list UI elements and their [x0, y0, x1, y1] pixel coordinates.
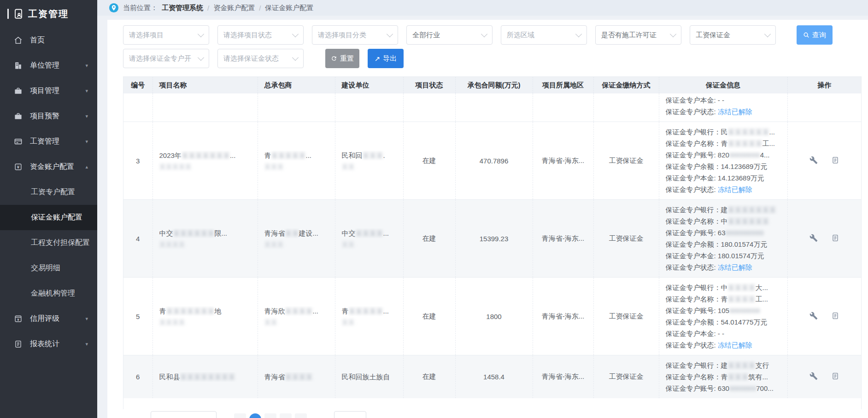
search-button[interactable]: 查询 [797, 25, 833, 45]
margin-status-select[interactable]: 请选择保证金状态 [217, 49, 304, 68]
table-row: 4中交某某某某某某限...某某某某青海省某某建设...某某某中交某某某某...某… [123, 200, 861, 278]
permit-select[interactable]: 是否有施工许可证 [595, 25, 681, 45]
sidebar-subitem-margin-account-config[interactable]: 保证金账户配置 [0, 205, 97, 230]
cell-index: 6 [123, 355, 152, 399]
table-row: 6民和县某某某某某某某某青海省某某某某民和回族土族自在建1458.4青海省-海东… [123, 355, 861, 399]
cell-contractor: 青海欣某某某某...某某 [258, 278, 335, 355]
sidebar-item-credit-rating[interactable]: ¥ 信用评级 ▾ [0, 306, 97, 331]
cell-name: 中交某某某某某某限...某某某某 [152, 200, 258, 278]
chevron-down-icon [198, 54, 204, 60]
frozen-released-link[interactable]: 冻结已解除 [718, 263, 752, 271]
breadcrumb-item[interactable]: 资金账户配置 [213, 4, 255, 12]
sidebar-item-fund-accounts[interactable]: ¥ 资金账户配置 ▴ [0, 154, 97, 180]
cell-method: 工资保证金 [593, 355, 659, 399]
app-logo: 工资管理 [0, 0, 97, 28]
margin-info-label: 保证金专户状态: [666, 186, 718, 193]
sidebar-subitem-payment-guarantee-config[interactable]: 工程支付担保配置 [0, 230, 97, 255]
cell-contractor: 青某某某某某...某某某 [258, 122, 335, 200]
cell-margin-info: 保证金专户银行：中某某某某大...保证金专户名称：青某某某某工...保证金专户账… [659, 278, 787, 355]
sidebar-item-units[interactable]: 单位管理 ▾ [0, 53, 97, 78]
industry-select[interactable]: 全部行业 [406, 25, 493, 45]
chevron-down-icon [292, 54, 299, 60]
location-pin-icon [109, 3, 119, 13]
frozen-released-link[interactable]: 冻结已解除 [718, 186, 752, 193]
region-select[interactable]: 所选区域 [501, 25, 587, 45]
margin-type-select[interactable]: 工资保证金 [690, 25, 776, 45]
cell-contractor: 青海省某某某某 [258, 355, 335, 399]
table-row: 5青某某某某某某某地某某某某青海欣某某某某...某某青某某某某某...某某在建1… [123, 278, 861, 355]
chevron-down-icon: ▾ [85, 113, 88, 119]
briefcase-icon [14, 87, 24, 95]
clipboard-icon [14, 340, 24, 348]
col-header-index: 编号 [123, 77, 152, 93]
configure-wrench-icon[interactable] [809, 234, 818, 242]
export-button[interactable]: ↗ 导出 [368, 49, 404, 68]
page-size-select[interactable] [151, 411, 217, 418]
chevron-down-icon [198, 30, 204, 37]
project-status-select[interactable]: 请选择项目状态 [217, 25, 304, 45]
col-header-builder: 建设单位 [335, 77, 403, 93]
sidebar-subitem-wage-account-config[interactable]: 工资专户配置 [0, 180, 97, 205]
margin-info-label: 保证金专户账号: [666, 151, 718, 159]
content-card: 请选择项目 请选择项目状态 请选择项目分类 全部行业 所选区域 是否有施工许可证… [107, 20, 868, 418]
page-button-active[interactable] [249, 413, 261, 418]
margin-account-bank-select[interactable]: 请选择保证金专户开 [123, 49, 209, 68]
yuan-square-icon: ¥ [14, 163, 24, 171]
project-select[interactable]: 请选择项目 [123, 25, 209, 45]
chevron-down-icon [764, 30, 771, 37]
cell-margin-info: 保证金专户银行：民某某某某某某...保证金专户名称：青某某某某某工...保证金专… [659, 122, 787, 200]
col-header-margin-info: 保证金信息 [659, 77, 787, 93]
page-jump-input[interactable] [334, 411, 366, 418]
next-page-button[interactable] [295, 413, 307, 418]
margin-info-label: 保证金专户银行： [666, 284, 721, 291]
col-header-region: 项目所属地区 [533, 77, 593, 93]
project-category-select[interactable]: 请选择项目分类 [312, 25, 398, 45]
logo-bar-icon [7, 9, 9, 19]
sidebar-subitem-transaction-detail[interactable]: 交易明细 [0, 255, 97, 281]
margin-info-label: 保证金专户名称： [666, 139, 721, 147]
cell-index: 3 [123, 122, 152, 200]
cell-actions [787, 93, 861, 122]
chevron-down-icon: ▾ [85, 139, 88, 145]
margin-info-label: 保证金专户本金: [666, 252, 718, 260]
cell-status: 在建 [403, 122, 455, 200]
app-title: 工资管理 [28, 8, 69, 20]
page-button[interactable] [280, 413, 292, 418]
detail-document-icon[interactable] [832, 312, 839, 319]
refresh-icon [331, 55, 337, 62]
prev-page-button[interactable] [234, 413, 246, 418]
configure-wrench-icon[interactable] [809, 156, 818, 164]
chevron-down-icon: ▾ [85, 88, 88, 94]
chevron-down-icon [575, 30, 582, 37]
reset-button[interactable]: 重置 [325, 49, 359, 68]
sidebar-item-projects[interactable]: 项目管理 ▾ [0, 78, 97, 104]
cell-name: 2023年某某某某某某某...某某某某某 [152, 122, 258, 200]
margin-info-label: 保证金专户账号: [666, 229, 718, 237]
fund-accounts-submenu: 工资专户配置 保证金账户配置 工程支付担保配置 交易明细 金融机构管理 [0, 180, 97, 306]
frozen-released-link[interactable]: 冻结已解除 [718, 108, 752, 116]
col-header-actions: 操作 [787, 77, 861, 93]
chevron-down-icon: ▾ [85, 63, 88, 69]
margin-info-label: 保证金专户银行： [666, 206, 721, 214]
sidebar-subitem-financial-institutions[interactable]: 金融机构管理 [0, 281, 97, 306]
frozen-released-link[interactable]: 冻结已解除 [718, 341, 752, 349]
cell-status: 在建 [403, 355, 455, 399]
margin-info-label: 保证金专户状态: [666, 341, 718, 349]
page-button[interactable] [264, 413, 276, 418]
configure-wrench-icon[interactable] [809, 372, 818, 380]
sidebar-item-project-alerts[interactable]: 项目预警 ▾ [0, 104, 97, 129]
cell-method [593, 93, 659, 122]
margin-info-label: 保证金专户本金: [666, 174, 718, 182]
breadcrumb-root[interactable]: 工资管理系统 [162, 4, 203, 12]
cell-actions [787, 355, 861, 399]
briefcase-alert-icon [14, 112, 24, 121]
cell-region [533, 93, 593, 122]
detail-document-icon[interactable] [832, 157, 839, 164]
sidebar-item-home[interactable]: 首页 [0, 28, 97, 53]
sidebar-item-reports[interactable]: 报表统计 ▾ [0, 331, 97, 357]
configure-wrench-icon[interactable] [809, 312, 818, 320]
svg-text:¥: ¥ [17, 164, 20, 169]
detail-document-icon[interactable] [832, 234, 839, 242]
detail-document-icon[interactable] [832, 372, 839, 380]
sidebar-item-wages[interactable]: 工资管理 ▾ [0, 129, 97, 154]
